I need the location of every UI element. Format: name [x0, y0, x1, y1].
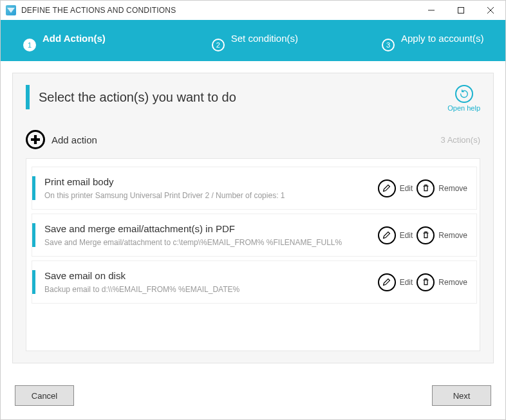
help-label: Open help [447, 104, 480, 112]
spacer [74, 385, 432, 406]
item-text: Save and merge email/attachment(s) in PD… [44, 223, 378, 247]
edit-button[interactable]: Edit [378, 179, 413, 197]
action-title: Save and merge email/attachment(s) in PD… [44, 223, 378, 234]
action-subtitle: Save and Merge email/attachment to c:\te… [44, 238, 378, 247]
step-add-actions[interactable]: 1 Add Action(s) [23, 30, 106, 51]
window-buttons [417, 1, 505, 20]
accent-bar [26, 85, 30, 109]
open-help-button[interactable]: Open help [447, 85, 480, 112]
edit-button[interactable]: Edit [378, 226, 413, 244]
action-subtitle: Backup email to d:\\%EMAIL_FROM% %EMAIL_… [44, 285, 378, 294]
item-buttons: Edit Remove [378, 223, 467, 247]
action-item: Save email on disk Backup email to d:\\%… [32, 260, 477, 304]
remove-label: Remove [438, 278, 467, 287]
remove-label: Remove [438, 184, 467, 193]
trash-icon [417, 273, 435, 291]
step-number: 2 [212, 39, 225, 51]
wizard-stepper: 1 Add Action(s) 2 Set condition(s) 3 App… [1, 20, 505, 61]
action-item: Print email body On this printer Samsung… [32, 167, 477, 210]
item-buttons: Edit Remove [378, 270, 467, 294]
add-action-row: Add action 3 Action(s) [26, 130, 480, 149]
step-number: 3 [382, 39, 395, 51]
step-label: Add Action(s) [42, 33, 106, 44]
panel-title: Select the action(s) you want to do [39, 85, 236, 109]
remove-label: Remove [438, 231, 467, 240]
edit-label: Edit [400, 231, 413, 240]
item-accent [32, 223, 35, 247]
item-buttons: Edit Remove [378, 176, 467, 200]
add-action-button[interactable] [26, 130, 45, 149]
plus-icon [31, 135, 40, 144]
cancel-button[interactable]: Cancel [15, 385, 74, 406]
panel-header: Select the action(s) you want to do Open… [26, 85, 480, 112]
item-text: Save email on disk Backup email to d:\\%… [44, 270, 378, 294]
pencil-icon [378, 273, 396, 291]
footer: Cancel Next [1, 375, 505, 416]
help-icon [455, 85, 473, 103]
action-title: Print email body [44, 176, 378, 187]
close-button[interactable] [476, 1, 505, 20]
trash-icon [417, 179, 435, 197]
item-accent [32, 176, 35, 200]
item-accent [32, 270, 35, 294]
remove-button[interactable]: Remove [417, 273, 467, 291]
svg-rect-0 [458, 8, 464, 14]
actions-list[interactable]: Print email body On this printer Samsung… [26, 158, 480, 351]
edit-label: Edit [400, 184, 413, 193]
window-title: DEFINE THE ACTIONS AND CONDITIONS [21, 6, 176, 15]
action-item: Save and merge email/attachment(s) in PD… [32, 214, 477, 257]
step-number: 1 [23, 39, 36, 51]
edit-button[interactable]: Edit [378, 273, 413, 291]
actions-panel: Select the action(s) you want to do Open… [12, 73, 494, 363]
minimize-button[interactable] [417, 1, 446, 20]
titlebar: DEFINE THE ACTIONS AND CONDITIONS [1, 1, 505, 20]
add-action-label: Add action [52, 134, 97, 145]
remove-button[interactable]: Remove [417, 179, 467, 197]
page-body: Select the action(s) you want to do Open… [1, 61, 505, 375]
pencil-icon [378, 226, 396, 244]
next-button[interactable]: Next [432, 385, 491, 406]
step-label: Apply to account(s) [401, 33, 483, 44]
remove-button[interactable]: Remove [417, 226, 467, 244]
edit-label: Edit [400, 278, 413, 287]
action-subtitle: On this printer Samsung Universal Print … [44, 191, 378, 200]
pencil-icon [378, 179, 396, 197]
action-count: 3 Action(s) [441, 135, 480, 145]
step-set-conditions[interactable]: 2 Set condition(s) [212, 30, 298, 51]
step-label: Set condition(s) [231, 33, 298, 44]
trash-icon [417, 226, 435, 244]
action-title: Save email on disk [44, 270, 378, 281]
maximize-button[interactable] [446, 1, 476, 20]
step-apply-accounts[interactable]: 3 Apply to account(s) [382, 30, 483, 51]
app-icon [6, 5, 16, 15]
item-text: Print email body On this printer Samsung… [44, 176, 378, 200]
